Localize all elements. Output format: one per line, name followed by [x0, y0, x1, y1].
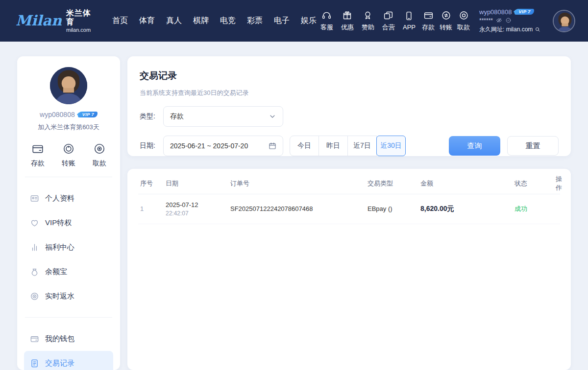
- calendar-icon: [269, 142, 276, 150]
- topbar: Milan 米兰体育 milan.com 首页 体育 真人 棋牌 电竞 彩票 电…: [0, 0, 588, 42]
- transfer-icon: [62, 142, 75, 155]
- nav-esports[interactable]: 电竞: [220, 16, 236, 26]
- main-nav: 首页 体育 真人 棋牌 电竞 彩票 电子 娱乐: [112, 16, 317, 26]
- sidebar-withdraw-label: 取款: [93, 159, 106, 168]
- sidebar-avatar[interactable]: [50, 67, 87, 104]
- row-time-value: 22:42:07: [166, 209, 230, 217]
- reset-button[interactable]: 重置: [507, 136, 559, 156]
- service-button[interactable]: 客服: [317, 10, 337, 32]
- app-label: APP: [403, 23, 416, 31]
- sidebar-menu-bottom: 我的钱包 交易记录: [24, 326, 113, 370]
- check-circle-icon[interactable]: [505, 17, 512, 23]
- range-yesterday-button[interactable]: 昨日: [318, 136, 348, 156]
- withdraw-icon: [459, 10, 469, 21]
- app-button[interactable]: APP: [399, 11, 419, 31]
- sidebar-deposit-label: 存款: [31, 159, 45, 168]
- header-index: 序号: [138, 179, 166, 188]
- sidebar-menu: 个人资料 VIP特权 福利中心 余额宝 实时返水: [24, 186, 113, 308]
- divider: [25, 317, 112, 318]
- medal-icon: [363, 10, 373, 21]
- date-range-value: 2025-06-21 ~ 2025-07-20: [170, 142, 269, 150]
- sidebar-item-benefits[interactable]: 福利中心: [24, 235, 113, 259]
- sidebar-transfer-label: 转账: [62, 159, 75, 168]
- table-header-row: 序号 日期 订单号 交易类型 金额 状态 操作: [138, 173, 560, 194]
- deposit-icon: [423, 10, 434, 21]
- partner-button[interactable]: 合营: [378, 10, 399, 32]
- sidebar-item-yuebao[interactable]: 余额宝: [24, 259, 113, 284]
- topbar-user-info: wyp080808 VIP 7 ****** 永久网址: milan.com: [479, 8, 548, 34]
- nav-lottery[interactable]: 彩票: [247, 16, 263, 26]
- brand-logo-cn: 米兰体育: [66, 9, 99, 27]
- sponsor-button[interactable]: 赞助: [358, 10, 378, 32]
- sidebar-item-vip-label: VIP特权: [45, 218, 72, 228]
- quick-range-group: 今日 昨日 近7日 近30日: [290, 136, 406, 156]
- brand-logo-domain: milan.com: [66, 27, 99, 33]
- deposit-button[interactable]: 存款: [419, 10, 437, 32]
- sidebar-item-yuebao-label: 余额宝: [45, 267, 67, 277]
- range-7days-button[interactable]: 近7日: [347, 136, 377, 156]
- vip-badge: VIP 7: [514, 9, 534, 15]
- money-bag-icon: [30, 267, 39, 277]
- phone-icon: [404, 11, 414, 21]
- withdraw-label: 取款: [457, 23, 470, 32]
- transfer-button[interactable]: 转账: [437, 10, 455, 32]
- range-30days-button[interactable]: 近30日: [376, 136, 406, 156]
- range-today-button[interactable]: 今日: [290, 136, 319, 156]
- deposit-label: 存款: [422, 23, 435, 32]
- header-status: 状态: [514, 179, 556, 188]
- row-amount: 8,620.00元: [420, 205, 514, 213]
- search-button[interactable]: 查询: [449, 136, 500, 156]
- header-date: 日期: [166, 179, 230, 188]
- withdraw-button[interactable]: 取款: [455, 10, 472, 32]
- sidebar-item-rebate[interactable]: 实时返水: [24, 284, 113, 308]
- row-date: 2025-07-12 22:42:07: [166, 201, 230, 217]
- sidebar-item-benefits-label: 福利中心: [45, 243, 74, 252]
- nav-cards[interactable]: 棋牌: [193, 16, 209, 26]
- sidebar-item-wallet-label: 我的钱包: [45, 334, 74, 344]
- page-subtitle: 当前系统支持查询最近30日的交易记录: [140, 89, 559, 97]
- target-icon: [30, 292, 39, 301]
- password-mask: ******: [479, 17, 493, 24]
- sidebar-item-transactions[interactable]: 交易记录: [24, 351, 113, 370]
- row-order-no: SF202507122242078607468: [230, 205, 368, 212]
- sidebar-transfer-button[interactable]: 转账: [62, 142, 75, 168]
- nav-slots[interactable]: 电子: [274, 16, 290, 26]
- type-select-value: 存款: [170, 112, 269, 121]
- header-amount: 金额: [420, 179, 514, 188]
- sidebar-withdraw-button[interactable]: 取款: [93, 142, 106, 168]
- sidebar-item-wallet[interactable]: 我的钱包: [24, 326, 113, 351]
- records-icon: [30, 359, 39, 368]
- sidebar-item-vip[interactable]: VIP特权: [24, 210, 113, 235]
- transaction-table-card: 序号 日期 订单号 交易类型 金额 状态 操作 1 2025-07-12 22:…: [127, 169, 571, 370]
- nav-live[interactable]: 真人: [166, 16, 182, 26]
- table-row: 1 2025-07-12 22:42:07 SF2025071222420786…: [138, 194, 560, 224]
- promo-button[interactable]: 优惠: [337, 10, 358, 32]
- id-card-icon: [30, 194, 39, 203]
- eye-off-icon[interactable]: [496, 17, 502, 23]
- nav-home[interactable]: 首页: [112, 16, 128, 26]
- header-operation: 操作: [556, 175, 565, 192]
- sidebar-item-profile[interactable]: 个人资料: [24, 186, 113, 210]
- sidebar-item-rebate-label: 实时返水: [45, 292, 74, 301]
- header-order-no: 订单号: [230, 179, 368, 188]
- date-range-input[interactable]: 2025-06-21 ~ 2025-07-20: [163, 136, 283, 156]
- cards-icon: [383, 10, 393, 21]
- promo-label: 优惠: [341, 23, 354, 32]
- type-select[interactable]: 存款: [163, 106, 283, 127]
- type-label: 类型:: [140, 112, 163, 121]
- deposit-icon: [31, 142, 44, 155]
- brand-logo[interactable]: Milan 米兰体育 milan.com: [16, 9, 99, 33]
- row-index: 1: [138, 205, 166, 212]
- sidebar-item-profile-label: 个人资料: [45, 194, 74, 203]
- row-status: 成功: [514, 205, 556, 213]
- gift-icon: [342, 10, 352, 21]
- nav-entertainment[interactable]: 娱乐: [301, 16, 317, 26]
- username[interactable]: wyp080808: [479, 8, 512, 16]
- page-title: 交易记录: [140, 69, 559, 82]
- transaction-filter-card: 交易记录 当前系统支持查询最近30日的交易记录 类型: 存款 日期: 2025-…: [127, 56, 571, 156]
- sidebar-deposit-button[interactable]: 存款: [31, 142, 45, 168]
- topbar-quick-actions: 客服 优惠 赞助 合营 APP 存款 转账 取款: [317, 10, 472, 32]
- search-icon[interactable]: [535, 26, 540, 32]
- user-avatar[interactable]: [553, 10, 575, 32]
- nav-sports[interactable]: 体育: [139, 16, 155, 26]
